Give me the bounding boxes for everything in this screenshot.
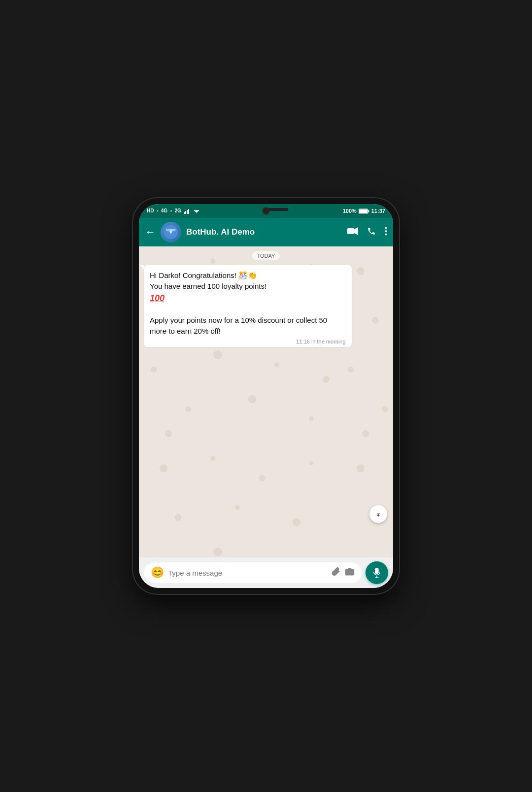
message-bubble: Hi Darko! Congratulations! 🎊👏 You have e… [144,265,352,347]
contact-name: BotHub. AI Demo [186,227,342,237]
speaker-notch [264,208,288,211]
emoji-button[interactable]: 😊 [151,566,164,579]
svg-rect-2 [187,210,188,214]
svg-rect-3 [188,209,189,214]
contact-info: BotHub. AI Demo [186,227,342,237]
voice-call-button[interactable] [367,227,376,238]
svg-rect-1 [185,211,186,214]
message-input[interactable] [168,569,327,577]
message-line1: Hi Darko! Congratulations! 🎊👏 [150,271,257,279]
input-bar: 😊 [139,557,393,588]
more-options-button[interactable] [385,227,387,238]
avatar-image: bothub [164,225,178,239]
scroll-to-bottom-button[interactable] [369,505,387,523]
video-call-button[interactable] [347,227,358,238]
camera-button[interactable] [345,567,355,579]
svg-point-13 [385,230,387,232]
chat-area: TODAY Hi Darko! Congratulations! 🎊👏 You … [139,246,393,557]
date-badge-text: TODAY [252,251,280,260]
svg-point-12 [385,227,387,229]
network-info: HD ▪ 4G ▪ 2G [147,208,200,213]
battery-percent: 100% [343,208,357,214]
svg-rect-6 [368,210,369,212]
phone-frame: HD ▪ 4G ▪ 2G 1 [133,198,399,594]
attach-button[interactable] [331,567,341,579]
mic-icon [371,567,382,578]
chat-header: ← bothub BotHub. AI Demo [139,218,393,246]
svg-rect-10 [347,228,354,234]
battery-icon [359,208,369,214]
svg-rect-5 [359,209,367,213]
back-button[interactable]: ← [145,226,156,239]
status-left: HD ▪ 4G ▪ 2G [147,208,200,213]
message-input-container: 😊 [144,562,362,583]
message-text: Hi Darko! Congratulations! 🎊👏 You have e… [150,270,346,337]
phone-screen: HD ▪ 4G ▪ 2G 1 [139,204,393,588]
header-icons [347,227,387,238]
svg-rect-0 [184,212,185,214]
hundred-emoji: 100 [150,292,165,305]
svg-point-14 [385,233,387,235]
date-badge: TODAY [144,251,388,260]
message-line4: Apply your points now for a 10% discount… [150,316,327,335]
mic-button[interactable] [366,561,388,584]
status-right: 100% 11:37 [343,208,385,214]
clock: 11:37 [371,208,385,214]
message-timestamp: 11:16 in the morning [150,339,346,344]
message-line2: You have earned 100 loyalty points! [150,282,266,290]
avatar: bothub [161,222,181,242]
svg-marker-11 [354,227,358,235]
